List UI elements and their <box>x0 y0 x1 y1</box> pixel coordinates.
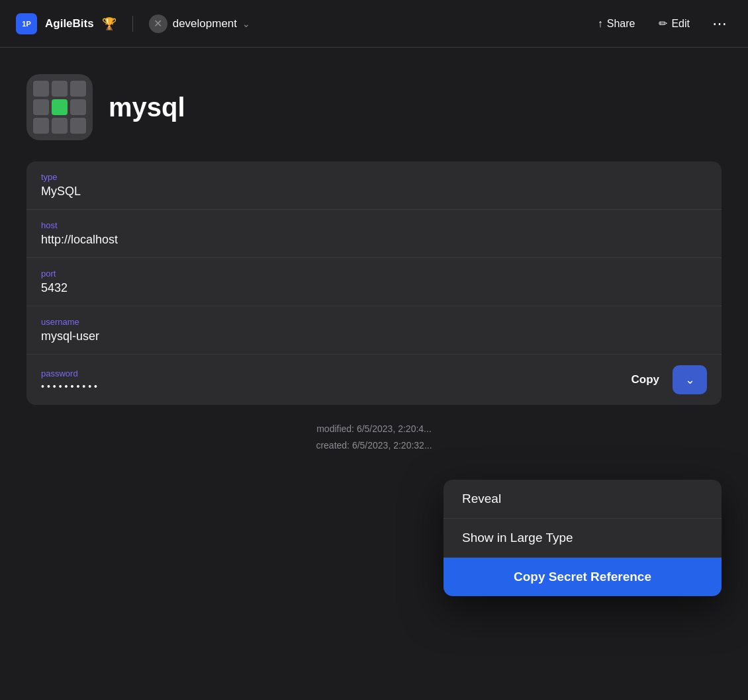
modified-date: modified: 6/5/2023, 2:20:4... <box>26 421 722 437</box>
field-row-port: port 5432 <box>26 258 722 306</box>
edit-icon: ✏ <box>659 17 667 30</box>
field-label-host: host <box>41 220 707 230</box>
share-button[interactable]: ↑ Share <box>591 14 642 34</box>
field-value-password: •••••••••• <box>41 381 618 392</box>
password-left: password •••••••••• <box>41 369 618 392</box>
grid-cell-6 <box>33 118 49 134</box>
more-icon: ⋯ <box>712 15 727 32</box>
app-logo-text: 1P <box>22 20 30 28</box>
more-button[interactable]: ⋯ <box>707 13 732 35</box>
grid-cell-8 <box>70 118 86 134</box>
share-icon: ↑ <box>598 18 603 30</box>
titlebar-divider <box>132 16 133 32</box>
vault-selector[interactable]: ✕ development ⌄ <box>149 15 250 33</box>
titlebar: 1P AgileBits 🏆 ✕ development ⌄ ↑ Share ✏… <box>0 0 748 48</box>
grid-cell-1 <box>52 81 68 97</box>
dropdown-item-large-type[interactable]: Show in Large Type <box>444 519 722 558</box>
item-title: mysql <box>109 93 185 122</box>
metadata: modified: 6/5/2023, 2:20:4... created: 6… <box>26 421 722 454</box>
grid-cell-2 <box>70 81 86 97</box>
chevron-down-icon: ⌄ <box>685 372 695 387</box>
app-logo: 1P <box>16 13 37 34</box>
main-content: mysql type MySQL host http://localhost p… <box>0 48 748 474</box>
field-row-type: type MySQL <box>26 161 722 210</box>
dropdown-item-copy-secret[interactable]: Copy Secret Reference <box>444 558 722 596</box>
vault-icon-circle: ✕ <box>149 15 167 33</box>
titlebar-left: 1P AgileBits 🏆 ✕ development ⌄ <box>16 13 591 34</box>
field-row-password: password •••••••••• Copy ⌄ <box>26 355 722 405</box>
field-label-type: type <box>41 172 707 182</box>
edit-button[interactable]: ✏ Edit <box>652 13 696 34</box>
chevron-down-icon: ⌄ <box>242 19 250 29</box>
grid-cell-3 <box>33 99 49 115</box>
field-value-type: MySQL <box>41 185 707 198</box>
item-header: mysql <box>26 74 722 140</box>
grid-cell-0 <box>33 81 49 97</box>
fields-card: type MySQL host http://localhost port 54… <box>26 161 722 405</box>
password-actions: Copy ⌄ <box>618 365 708 394</box>
share-label: Share <box>607 18 635 30</box>
item-icon <box>26 74 93 140</box>
field-value-port: 5432 <box>41 281 707 295</box>
edit-label: Edit <box>671 18 690 30</box>
password-row: password •••••••••• Copy ⌄ <box>41 365 707 394</box>
field-label-username: username <box>41 317 707 327</box>
titlebar-right: ↑ Share ✏ Edit ⋯ <box>591 13 732 35</box>
vault-name: development <box>173 17 237 30</box>
field-row-host: host http://localhost <box>26 210 722 258</box>
grid-cell-5 <box>70 99 86 115</box>
field-value-username: mysql-user <box>41 329 707 343</box>
dropdown-menu: Reveal Show in Large Type Copy Secret Re… <box>444 480 722 596</box>
dropdown-item-reveal[interactable]: Reveal <box>444 480 722 519</box>
field-label-password: password <box>41 369 618 378</box>
field-row-username: username mysql-user <box>26 306 722 355</box>
app-name: AgileBits <box>45 17 94 30</box>
grid-cell-4 <box>52 99 68 115</box>
password-dropdown-button[interactable]: ⌄ <box>673 365 707 394</box>
field-value-host: http://localhost <box>41 233 707 247</box>
created-date: created: 6/5/2023, 2:20:32... <box>26 437 722 454</box>
trophy-icon: 🏆 <box>102 17 117 31</box>
vault-x-icon: ✕ <box>154 17 162 30</box>
grid-cell-7 <box>52 118 68 134</box>
field-label-port: port <box>41 269 707 279</box>
copy-password-button[interactable]: Copy <box>618 367 673 393</box>
